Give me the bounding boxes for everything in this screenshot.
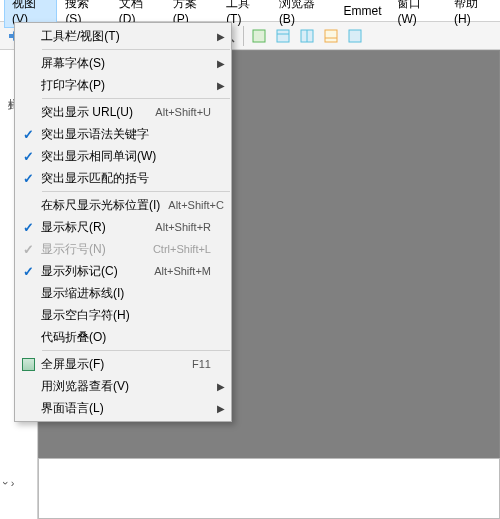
menu-item-shortcut: Alt+Shift+R bbox=[155, 221, 211, 233]
check-icon: ✓ bbox=[15, 242, 41, 257]
menu-item-2-2[interactable]: ✓突出显示相同单词(W) bbox=[15, 145, 231, 167]
menubar-item-8[interactable]: 帮助(H) bbox=[446, 0, 500, 28]
chevron-right-icon: ▶ bbox=[217, 403, 225, 414]
menu-item-shortcut: Alt+Shift+C bbox=[168, 199, 224, 211]
menu-item-label: 显示列标记(C) bbox=[41, 263, 146, 280]
check-icon: ✓ bbox=[15, 171, 41, 186]
menu-item-label: 全屏显示(F) bbox=[41, 356, 184, 373]
menu-item-2-0[interactable]: 突出显示 URL(U)Alt+Shift+U bbox=[15, 101, 231, 123]
menu-item-2-3[interactable]: ✓突出显示匹配的括号 bbox=[15, 167, 231, 189]
menu-item-0-0[interactable]: 工具栏/视图(T)▶ bbox=[15, 25, 231, 47]
menu-item-label: 屏幕字体(S) bbox=[41, 55, 211, 72]
svg-rect-11 bbox=[277, 30, 289, 42]
menu-item-3-1[interactable]: ✓显示标尺(R)Alt+Shift+R bbox=[15, 216, 231, 238]
panel1-icon[interactable] bbox=[248, 25, 270, 47]
menu-item-shortcut: Alt+Shift+U bbox=[155, 106, 211, 118]
menu-item-label: 显示空白字符(H) bbox=[41, 307, 211, 324]
menu-item-3-2: ✓显示行号(N)Ctrl+Shift+L bbox=[15, 238, 231, 260]
menu-item-label: 显示行号(N) bbox=[41, 241, 145, 258]
menu-item-label: 突出显示相同单词(W) bbox=[41, 148, 211, 165]
check-icon: ✓ bbox=[15, 149, 41, 164]
menu-item-label: 用浏览器查看(V) bbox=[41, 378, 211, 395]
menu-item-shortcut: Ctrl+Shift+L bbox=[153, 243, 211, 255]
menu-separator bbox=[42, 191, 230, 192]
menu-item-label: 突出显示语法关键字 bbox=[41, 126, 211, 143]
check-icon: ✓ bbox=[15, 127, 41, 142]
menu-item-3-0[interactable]: 在标尺显示光标位置(I)Alt+Shift+C bbox=[15, 194, 231, 216]
menu-item-label: 界面语言(L) bbox=[41, 400, 211, 417]
menu-item-label: 显示标尺(R) bbox=[41, 219, 147, 236]
panel4-icon[interactable] bbox=[320, 25, 342, 47]
menubar: 视图(V)搜索(S)文档(D)方案(P)工具(T)浏览器(B)Emmet窗口(W… bbox=[0, 0, 500, 22]
fullscreen-icon bbox=[15, 358, 41, 371]
output-panel bbox=[38, 458, 500, 519]
check-icon: ✓ bbox=[15, 264, 41, 279]
menu-item-label: 代码折叠(O) bbox=[41, 329, 211, 346]
menu-item-4-0[interactable]: 全屏显示(F)F11 bbox=[15, 353, 231, 375]
menu-item-label: 突出显示 URL(U) bbox=[41, 104, 147, 121]
menu-separator bbox=[42, 98, 230, 99]
toolbar-separator bbox=[243, 26, 244, 46]
menu-item-4-2[interactable]: 界面语言(L)▶ bbox=[15, 397, 231, 419]
menu-item-label: 打印字体(P) bbox=[41, 77, 211, 94]
menu-item-label: 突出显示匹配的括号 bbox=[41, 170, 211, 187]
menu-item-4-1[interactable]: 用浏览器查看(V)▶ bbox=[15, 375, 231, 397]
panel2-icon[interactable] bbox=[272, 25, 294, 47]
menu-item-3-5[interactable]: 显示空白字符(H) bbox=[15, 304, 231, 326]
menu-item-2-1[interactable]: ✓突出显示语法关键字 bbox=[15, 123, 231, 145]
menu-item-3-4[interactable]: 显示缩进标线(I) bbox=[15, 282, 231, 304]
menu-separator bbox=[42, 350, 230, 351]
menu-item-label: 显示缩进标线(I) bbox=[41, 285, 211, 302]
menubar-item-7[interactable]: 窗口(W) bbox=[389, 0, 445, 28]
menu-item-3-6[interactable]: 代码折叠(O) bbox=[15, 326, 231, 348]
svg-rect-15 bbox=[325, 30, 337, 42]
chevron-right-icon: ▶ bbox=[217, 381, 225, 392]
chevron-right-icon: ▶ bbox=[217, 80, 225, 91]
menu-item-shortcut: F11 bbox=[192, 358, 211, 370]
svg-rect-17 bbox=[349, 30, 361, 42]
svg-rect-10 bbox=[253, 30, 265, 42]
menu-item-label: 工具栏/视图(T) bbox=[41, 28, 211, 45]
panel3-icon[interactable] bbox=[296, 25, 318, 47]
panel5-icon[interactable] bbox=[344, 25, 366, 47]
sidebar-collapse-chevron[interactable]: › › bbox=[4, 477, 14, 489]
chevron-right-icon: ▶ bbox=[217, 58, 225, 69]
menu-item-label: 在标尺显示光标位置(I) bbox=[41, 197, 160, 214]
view-dropdown-menu: 工具栏/视图(T)▶屏幕字体(S)▶打印字体(P)▶突出显示 URL(U)Alt… bbox=[14, 22, 232, 422]
menubar-item-6[interactable]: Emmet bbox=[335, 2, 389, 20]
menu-item-3-3[interactable]: ✓显示列标记(C)Alt+Shift+M bbox=[15, 260, 231, 282]
menu-item-1-0[interactable]: 屏幕字体(S)▶ bbox=[15, 52, 231, 74]
chevron-right-icon: ▶ bbox=[217, 31, 225, 42]
menu-item-shortcut: Alt+Shift+M bbox=[154, 265, 211, 277]
menu-separator bbox=[42, 49, 230, 50]
check-icon: ✓ bbox=[15, 220, 41, 235]
menu-item-1-1[interactable]: 打印字体(P)▶ bbox=[15, 74, 231, 96]
